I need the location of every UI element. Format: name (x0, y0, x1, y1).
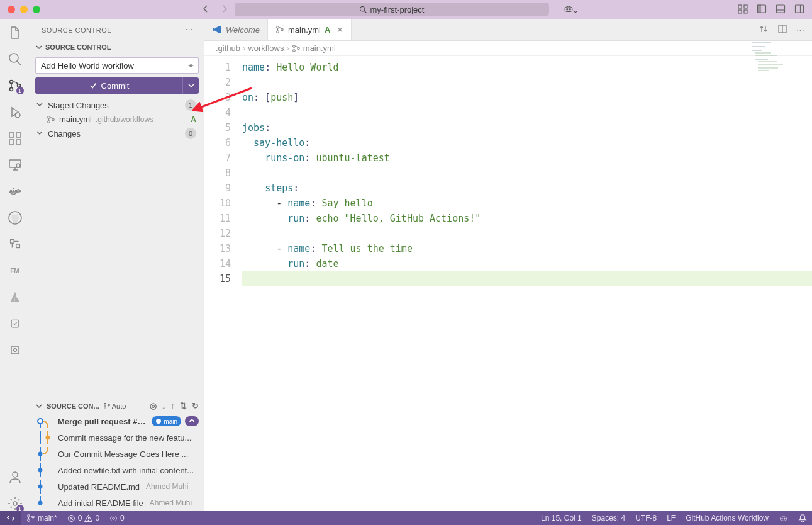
status-copilot-icon[interactable] (774, 514, 793, 523)
line-gutter: 123456789101112131415 (204, 56, 242, 511)
compare-changes-icon[interactable] (759, 24, 769, 36)
remote-explorer-icon[interactable] (8, 157, 23, 172)
status-eol[interactable]: LF (662, 514, 681, 523)
run-debug-icon[interactable] (8, 104, 23, 120)
graph-auto-dropdown[interactable]: Auto (103, 402, 126, 410)
nav-back-icon[interactable] (201, 4, 211, 16)
graph-header[interactable]: SOURCE CON... Auto ◎ ↓ ↑ ⇅ ↻ (30, 398, 204, 413)
code-content[interactable]: name: Hello World on: [push] jobs: say-h… (242, 56, 812, 511)
commit-message-input[interactable] (36, 61, 183, 71)
svg-point-63 (293, 49, 296, 52)
svg-point-14 (9, 54, 18, 62)
status-ports[interactable]: 0 (104, 514, 130, 522)
staged-changes-header[interactable]: Staged Changes 1 (30, 98, 204, 113)
more-actions-icon[interactable]: ⋯ (796, 25, 804, 35)
svg-rect-33 (11, 346, 19, 354)
split-editor-icon[interactable] (777, 24, 787, 36)
status-notifications-icon[interactable] (793, 514, 812, 523)
close-window-icon[interactable] (8, 6, 15, 13)
changes-header[interactable]: Changes 0 (30, 126, 204, 141)
status-cursor[interactable]: Ln 15, Col 1 (536, 514, 587, 523)
remote-indicator[interactable] (0, 511, 21, 525)
svg-point-54 (38, 485, 43, 489)
svg-rect-28 (13, 188, 14, 189)
graph-commit-row[interactable]: Our Commit Message Goes Here ... (30, 446, 204, 462)
svg-point-38 (48, 120, 50, 123)
status-problems[interactable]: 0 0 (62, 514, 104, 522)
graph-fetch-icon[interactable]: ⇅ (180, 401, 187, 410)
activity-bar: 1 FM 1 (0, 19, 30, 511)
graph-commit-row[interactable]: Add initial README fileAhmed Muhi (30, 495, 204, 511)
sidebar-more-icon[interactable]: ⋯ (186, 26, 193, 34)
code-editor[interactable]: 123456789101112131415 name: Hello World … (204, 56, 812, 511)
file-icon (47, 115, 55, 124)
staged-file-row[interactable]: main.yml .github/workflows A (30, 113, 204, 126)
svg-point-48 (46, 436, 50, 440)
copilot-icon[interactable] (563, 3, 578, 16)
commit-message-input-wrap: ✦ (35, 57, 199, 74)
command-center-search[interactable]: my-first-project (235, 3, 549, 16)
close-tab-icon[interactable]: ✕ (336, 25, 343, 35)
github-icon[interactable] (8, 210, 23, 225)
minimize-window-icon[interactable] (20, 6, 28, 13)
ext3-icon[interactable] (8, 316, 23, 331)
ext4-icon[interactable] (8, 342, 23, 358)
svg-point-77 (28, 519, 30, 522)
svg-point-81 (88, 520, 89, 521)
graph-refresh-icon[interactable]: ↻ (192, 401, 199, 410)
svg-point-43 (38, 419, 43, 424)
svg-rect-20 (9, 140, 14, 144)
search-text: my-first-project (370, 5, 425, 14)
svg-rect-6 (738, 10, 742, 13)
graph-commit-row[interactable]: Updated README.mdAhmed Muhi (30, 478, 204, 495)
status-encoding[interactable]: UTF-8 (630, 514, 662, 523)
nav-forward-icon[interactable] (220, 4, 230, 16)
status-branch[interactable]: main* (21, 514, 62, 522)
svg-point-15 (9, 81, 13, 84)
svg-rect-31 (16, 244, 19, 248)
graph-commit-row[interactable]: Merge pull request #1 ...main (30, 413, 204, 429)
chevron-down-icon (36, 101, 43, 108)
svg-point-24 (16, 164, 20, 167)
generate-message-icon[interactable]: ✦ (183, 61, 198, 71)
svg-point-84 (782, 518, 783, 519)
search-activity-icon[interactable] (8, 52, 23, 67)
status-spaces[interactable]: Spaces: 4 (587, 514, 630, 523)
breadcrumb[interactable]: .github › workflows › main.yml (204, 41, 812, 56)
nav-arrows (201, 4, 230, 16)
graph-commit-row[interactable]: Added newfile.txt with initial content..… (30, 462, 204, 478)
title-bar: my-first-project (0, 0, 812, 19)
maximize-window-icon[interactable] (33, 6, 40, 13)
tab-main-yml[interactable]: main.yml A ✕ (268, 19, 352, 40)
commit-dropdown-button[interactable] (182, 77, 199, 94)
ext1-icon[interactable] (8, 237, 23, 252)
graph-push-icon[interactable]: ↑ (171, 401, 175, 410)
azure-icon[interactable] (8, 290, 23, 305)
status-language[interactable]: GitHub Actions Workflow (681, 514, 774, 523)
layout-customize-icon[interactable] (738, 4, 748, 16)
account-icon[interactable] (8, 470, 23, 485)
extensions-icon[interactable] (8, 131, 23, 146)
graph-action1-icon[interactable]: ◎ (150, 401, 157, 410)
tab-welcome[interactable]: Welcome (204, 19, 268, 40)
settings-gear-icon[interactable]: 1 (8, 496, 23, 511)
svg-point-35 (13, 472, 18, 477)
status-bar: main* 0 0 0 Ln 15, Col 1 Spaces: 4 UTF-8… (0, 511, 812, 525)
svg-rect-21 (16, 140, 21, 144)
source-control-section-header[interactable]: SOURCE CONTROL (30, 41, 204, 54)
source-control-icon[interactable]: 1 (8, 78, 23, 93)
ext2-icon[interactable]: FM (8, 263, 23, 278)
svg-point-18 (15, 113, 20, 118)
chevron-down-icon (187, 82, 195, 89)
graph-pull-icon[interactable]: ↓ (162, 401, 166, 410)
changes-count-badge: 0 (185, 128, 196, 139)
explorer-icon[interactable] (8, 25, 23, 40)
file-icon (292, 44, 301, 53)
sidebar-panel-title: SOURCE CONTROL (42, 26, 111, 34)
docker-icon[interactable] (8, 184, 23, 199)
graph-commit-row[interactable]: Commit message for the new featu... (30, 429, 204, 446)
toggle-primary-sidebar-icon[interactable] (757, 4, 767, 16)
commit-button[interactable]: Commit (35, 77, 182, 94)
toggle-panel-icon[interactable] (776, 4, 786, 16)
toggle-secondary-sidebar-icon[interactable] (794, 4, 804, 16)
